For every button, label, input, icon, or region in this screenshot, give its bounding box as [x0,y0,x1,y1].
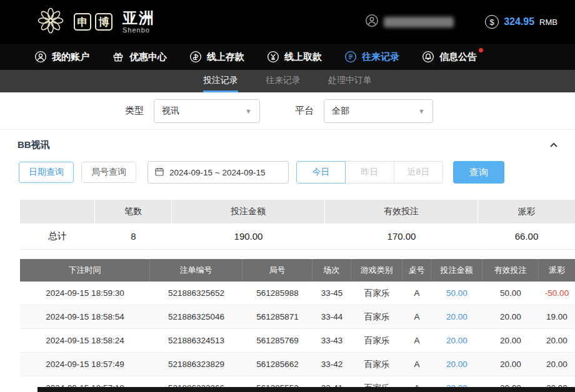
chevron-down-icon: ▼ [418,107,425,115]
records-header-cell: 桌号 [402,259,431,282]
order-no-cell: 521886325652 [150,288,242,298]
records-subtabs: 投注记录 往来记录 处理中订单 [0,70,575,92]
summary-header-cell: 笔数 [95,200,172,223]
records-table: 下注时间 注单编号 局号 场次 游戏类别 桌号 投注金额 有效投注 派彩 202… [20,259,575,392]
summary-header-blank [20,200,95,223]
type-select[interactable]: 视讯 ▼ [154,99,260,123]
total-valid-bet: 170.00 [325,231,478,242]
valid-bet-cell: 20.00 [482,336,539,345]
payout-cell: -50.00 [539,288,575,298]
records-header-cell: 投注金额 [431,259,482,282]
payout-cell: 19.00 [539,312,575,321]
records-header-cell: 注单编号 [150,259,242,282]
platform-select-value: 全部 [332,105,349,117]
tab-bet-records[interactable]: 投注记录 [203,70,238,92]
table-row: 2024-09-15 18:57:49 521886323829 5612856… [20,353,575,376]
summary-header-cell: 派彩 [478,200,575,223]
records-header-cell: 局号 [242,259,312,282]
balance-display: $ 324.95 RMB [485,15,558,29]
chevron-down-icon: ▼ [245,107,252,115]
calendar-icon [154,167,164,179]
user-icon [34,51,47,63]
round-no-cell: 561285662 [242,360,312,369]
order-no-cell: 521886325046 [150,312,242,321]
bet-time-cell: 2024-09-15 18:58:24 [20,336,150,345]
filter-row: 类型 视讯 ▼ 平台 全部 ▼ [0,92,575,130]
records-header-cell: 游戏类别 [351,259,402,282]
search-button[interactable]: 查询 [453,161,504,184]
nav-item-announcements[interactable]: 信息公告 [422,51,477,63]
records-icon [344,51,357,63]
game-type-cell: 百家乐 [351,359,402,370]
nav-item-my-account[interactable]: 我的账户 [34,51,89,63]
summary-header-cell: 有效投注 [325,200,478,223]
type-filter-label: 类型 [125,105,144,117]
total-payout: 66.00 [478,231,575,242]
collapse-chevron-up-icon[interactable] [549,140,559,150]
withdraw-coin-icon [267,51,279,63]
date-range-value: 2024-09-15 ~ 2024-09-15 [169,168,266,177]
records-header-cell: 下注时间 [20,259,150,282]
logo-region-text: 亚洲 [122,11,155,26]
summary-header-row: 笔数 投注金额 有效投注 派彩 [20,200,575,223]
session-cell: 33-42 [312,360,351,369]
nav-label: 优惠中心 [129,51,167,63]
round-query-button[interactable]: 局号查询 [81,162,136,183]
notification-dot [479,48,483,52]
gift-icon [112,51,124,63]
nav-item-withdraw[interactable]: 线上取款 [267,51,322,63]
yesterday-button[interactable]: 昨日 [345,161,394,184]
balance-amount: 324.95 [504,16,534,27]
footer-strip [38,387,575,392]
session-cell: 33-44 [312,312,351,321]
brand-logo[interactable]: 申 博 亚洲 Shenbo [36,6,155,37]
total-label: 总计 [20,230,95,242]
session-cell: 33-43 [312,336,351,345]
top-header: 申 博 亚洲 Shenbo $ 324.95 RMB [0,0,575,44]
game-type-cell: 百家乐 [351,288,402,299]
summary-header-cell: 投注金额 [172,200,325,223]
total-bet-amount: 190.00 [172,231,325,242]
bet-amount-link[interactable]: 50.00 [431,288,482,298]
section-title: BB视讯 [18,139,50,151]
table-row: 2024-09-15 18:58:54 521886325046 5612858… [20,305,575,329]
game-type-cell: 百家乐 [351,335,402,346]
platform-filter-label: 平台 [295,105,314,117]
quick-date-group: 今日 昨日 近8日 [296,161,443,184]
bet-amount-link[interactable]: 20.00 [431,336,482,345]
table-no-cell: A [402,288,431,298]
game-type-cell: 百家乐 [351,311,402,323]
section-header: BB视讯 [0,130,575,157]
order-no-cell: 521886324513 [150,336,242,345]
valid-bet-cell: 20.00 [482,360,539,369]
bet-time-cell: 2024-09-15 18:57:49 [20,360,150,369]
type-select-value: 视讯 [162,105,179,117]
records-header-cell: 派彩 [539,259,575,282]
tab-processing-orders[interactable]: 处理中订单 [328,70,372,92]
today-button[interactable]: 今日 [296,161,346,184]
table-row: 2024-09-15 18:59:30 521886325652 5612859… [20,282,575,305]
last-8-days-button[interactable]: 近8日 [394,161,443,184]
logo-subtitle: Shenbo [122,27,155,34]
bet-time-cell: 2024-09-15 18:58:54 [20,312,150,321]
bet-amount-link[interactable]: 20.00 [431,360,482,369]
deposit-coin-icon [189,51,202,63]
dollar-coin-icon: $ [485,15,499,29]
nav-item-deposit[interactable]: 线上存款 [189,51,244,63]
platform-select[interactable]: 全部 ▼ [324,99,433,123]
valid-bet-cell: 50.00 [482,288,539,298]
nav-item-transaction-records[interactable]: 往来记录 [344,51,399,63]
summary-total-row: 总计 8 190.00 170.00 66.00 [20,223,575,250]
user-account-chip[interactable] [365,14,454,30]
table-row: 2024-09-15 18:58:24 521886324513 5612857… [20,329,575,353]
table-no-cell: A [402,336,431,345]
valid-bet-cell: 20.00 [482,312,539,321]
bet-amount-link[interactable]: 20.00 [431,312,482,321]
round-no-cell: 561285769 [242,336,312,345]
nav-item-promotions[interactable]: 优惠中心 [112,51,167,63]
date-query-button[interactable]: 日期查询 [19,162,74,183]
logo-characters: 申 博 [74,13,112,31]
date-range-input[interactable]: 2024-09-15 ~ 2024-09-15 [148,161,289,184]
nav-label: 线上取款 [284,51,322,63]
tab-transaction-records[interactable]: 往来记录 [266,70,301,92]
